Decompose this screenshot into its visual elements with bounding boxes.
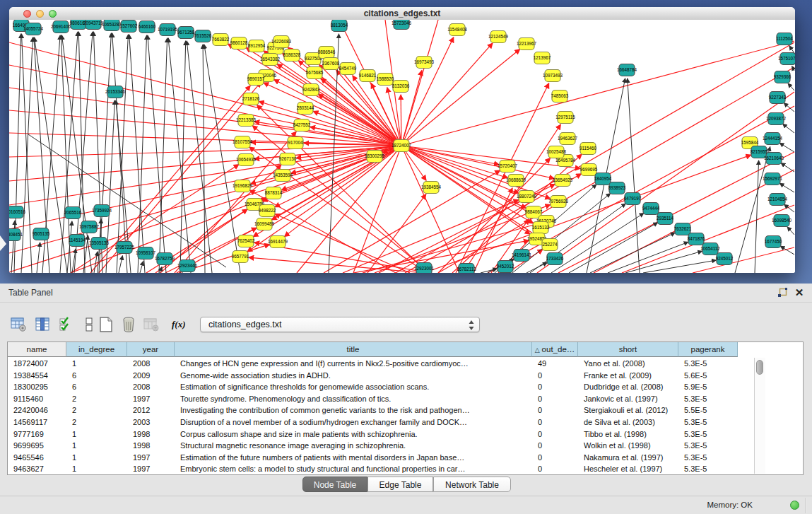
network-node[interactable]: 9115460 xyxy=(579,143,597,155)
network-edge[interactable] xyxy=(438,67,794,273)
network-node[interactable]: 8427552 xyxy=(293,119,311,132)
network-node[interactable]: 8912954 xyxy=(248,40,266,52)
table-cell[interactable]: Tibbo et al. (1998) xyxy=(578,428,678,440)
network-edge[interactable] xyxy=(779,183,794,192)
network-node[interactable]: 16782759 xyxy=(155,253,175,265)
table-cell[interactable]: 0 xyxy=(532,404,578,416)
network-edge[interactable] xyxy=(401,37,454,146)
network-edge[interactable] xyxy=(119,256,122,273)
network-node[interactable]: 17359924 xyxy=(92,205,112,217)
table-cell[interactable]: 0 xyxy=(532,463,578,475)
network-edge[interactable] xyxy=(249,190,396,273)
close-panel-icon[interactable]: ✕ xyxy=(794,288,804,298)
network-node[interactable]: 18724007 xyxy=(392,140,412,152)
network-node[interactable]: 14196141 xyxy=(512,250,532,262)
network-edge[interactable] xyxy=(628,78,640,273)
table-cell[interactable]: 1998 xyxy=(127,428,175,440)
table-cell[interactable]: Embryonic stem cells: a model to study s… xyxy=(175,463,532,475)
network-node[interactable]: 9227343 xyxy=(769,92,787,104)
tab-network-table[interactable]: Network Table xyxy=(433,477,511,492)
network-node[interactable]: 12213967 xyxy=(517,38,537,50)
network-node[interactable]: 9886546 xyxy=(318,47,336,59)
network-node[interactable]: 10958107 xyxy=(136,247,156,259)
network-edge[interactable] xyxy=(375,204,551,273)
table-cell[interactable]: Genome-wide association studies in ADHD. xyxy=(175,370,532,382)
table-cell[interactable]: 19384554 xyxy=(8,370,66,382)
network-node[interactable]: 9452012 xyxy=(497,261,514,273)
table-cell[interactable]: 0 xyxy=(532,370,578,382)
network-edge[interactable] xyxy=(788,83,794,90)
network-node[interactable]: 6479197 xyxy=(624,193,642,205)
network-edge[interactable] xyxy=(783,124,794,133)
table-cell[interactable]: de Silva et al. (2003) xyxy=(578,416,678,428)
network-node[interactable]: 20160516 xyxy=(9,206,25,218)
network-node[interactable]: 10973493 xyxy=(543,70,563,82)
table-cell[interactable]: 5.3E-5 xyxy=(678,452,738,464)
table-cell[interactable]: 9115460 xyxy=(8,393,66,405)
network-edge[interactable] xyxy=(94,252,98,273)
network-window[interactable]: citations_edges.txt 16649041405572420691… xyxy=(9,7,795,273)
network-node[interactable]: 79756928 xyxy=(548,196,569,208)
network-edge[interactable] xyxy=(608,242,688,273)
network-node[interactable]: 12093872 xyxy=(766,113,787,125)
network-node[interactable]: 7663822 xyxy=(212,34,230,46)
network-edge[interactable] xyxy=(9,42,401,146)
network-node[interactable]: 12444154 xyxy=(763,133,783,145)
table-cell[interactable]: 5.3E-5 xyxy=(678,463,738,475)
network-node[interactable]: 10975887 xyxy=(79,221,100,233)
network-node[interactable]: 12124549 xyxy=(488,31,509,43)
network-node[interactable]: 12213383 xyxy=(236,115,257,127)
network-node[interactable]: 7632621 xyxy=(674,223,692,235)
network-node[interactable]: 9245012 xyxy=(716,253,734,265)
network-node[interactable]: 17957225 xyxy=(114,242,135,254)
network-node[interactable]: 252274 xyxy=(542,239,558,251)
network-node[interactable]: 10688639 xyxy=(506,175,526,187)
select-columns-icon[interactable] xyxy=(58,316,75,333)
row-height-icon[interactable] xyxy=(81,316,98,333)
network-node[interactable]: 15723046 xyxy=(392,20,412,30)
network-node[interactable]: 12104854 xyxy=(767,194,788,206)
table-cell[interactable]: Investigating the contribution of common… xyxy=(175,404,532,416)
network-node[interactable]: 16973493 xyxy=(414,57,435,69)
table-row[interactable]: 2242004622012Investigating the contribut… xyxy=(8,404,803,416)
table-cell[interactable]: 2012 xyxy=(127,404,175,416)
network-node[interactable]: 9146821 xyxy=(359,70,377,82)
network-node[interactable]: 1145194 xyxy=(69,235,86,247)
network-node[interactable]: 18807249 xyxy=(517,191,537,203)
network-node[interactable]: 13505135 xyxy=(89,238,110,250)
table-cell[interactable]: Nakamura et al. (1997) xyxy=(578,452,678,464)
column-header-title[interactable]: title xyxy=(175,342,532,357)
network-canvas[interactable]: 1664904140557242069140698061692094371910… xyxy=(9,20,795,273)
table-row[interactable]: 977716911998Corpus callosum shape and si… xyxy=(8,428,803,440)
network-node[interactable]: 10653287 xyxy=(102,20,122,31)
network-node[interactable]: 15751074 xyxy=(778,53,795,65)
table-row[interactable]: 1872400712008Changes of HCN gene express… xyxy=(8,358,803,370)
network-node[interactable]: 10719195 xyxy=(158,24,178,36)
network-node[interactable]: 9505135 xyxy=(33,228,50,240)
network-node[interactable]: 10654935 xyxy=(236,154,257,166)
network-node[interactable]: 8878314 xyxy=(265,187,283,199)
network-node[interactable]: 9860128 xyxy=(230,37,248,49)
network-node[interactable]: 2065516 xyxy=(64,207,82,219)
table-selector-dropdown[interactable]: citations_edges.txt xyxy=(200,317,480,332)
network-node[interactable]: 7485063 xyxy=(551,90,569,103)
network-node[interactable]: 13654923 xyxy=(553,175,573,187)
network-node[interactable]: 19196829 xyxy=(233,180,253,192)
network-node[interactable]: 1213967 xyxy=(534,52,551,64)
network-node[interactable]: 19463627 xyxy=(558,133,578,145)
column-header-year[interactable]: year xyxy=(127,342,175,357)
show-columns-icon[interactable] xyxy=(34,316,51,333)
network-node[interactable]: 16210643 xyxy=(764,153,784,165)
table-cell[interactable]: Hescheler et al. (1997) xyxy=(578,463,678,475)
table-cell[interactable]: 2003 xyxy=(127,416,175,428)
network-node[interactable]: 2803144 xyxy=(297,103,314,115)
network-graph[interactable]: 1664904140557242069140698061692094371910… xyxy=(9,20,795,273)
network-node[interactable]: 16648784 xyxy=(617,64,637,76)
table-cell[interactable]: 9465546 xyxy=(8,452,66,464)
table-row[interactable]: 1938455462009Genome-wide association stu… xyxy=(8,370,803,382)
network-edge[interactable] xyxy=(168,38,191,273)
network-edge[interactable] xyxy=(590,233,675,273)
network-node[interactable]: 14226083 xyxy=(271,36,292,48)
network-edge[interactable] xyxy=(787,227,794,235)
network-node[interactable]: 18107554 xyxy=(233,136,253,148)
